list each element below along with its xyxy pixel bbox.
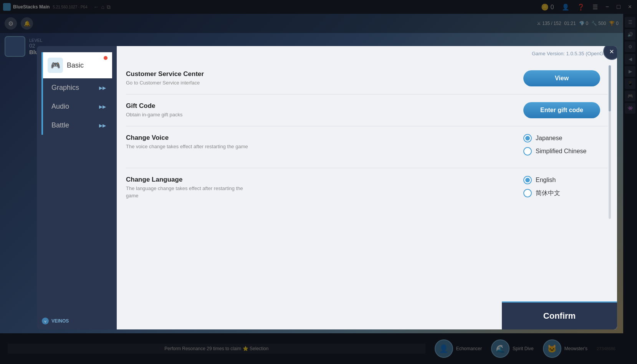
main-settings-panel: Game Version: 1.0.5.35 (OpenGL) Customer… [117, 46, 617, 329]
customer-service-title: Customer Service Center [126, 70, 256, 78]
voice-simplified-chinese-radio[interactable] [523, 147, 532, 156]
lang-simplified-chinese-label: 简休中文 [536, 189, 560, 197]
voice-simplified-chinese-option[interactable]: Simplified Chinese [523, 147, 587, 156]
enter-gift-code-button[interactable]: Enter gift code [523, 102, 600, 118]
nav-sidebar-bottom: V VEINOS [37, 313, 117, 329]
graphics-arrow-icon: ▶▶ [99, 85, 106, 91]
graphics-nav-label: Graphics [51, 84, 79, 92]
change-language-row: Change Language The language change take… [126, 168, 608, 210]
lang-simplified-chinese-option[interactable]: 简休中文 [523, 189, 560, 197]
customer-service-desc: Go to Customer Service interface [126, 79, 256, 86]
gift-code-label-group: Gift Code Obtain in-game gift packs [126, 102, 256, 118]
gift-code-control: Enter gift code [523, 102, 608, 118]
lang-english-label: English [536, 177, 556, 184]
scrollbar-track [609, 65, 611, 219]
lang-english-option[interactable]: English [523, 176, 556, 184]
lang-english-radio[interactable] [523, 176, 532, 184]
veinos-logo-icon: V [41, 317, 49, 325]
basic-nav-icon: 🎮 [48, 58, 63, 73]
gift-code-title: Gift Code [126, 102, 256, 110]
panel-content: Customer Service Center Go to Customer S… [117, 60, 617, 301]
active-bar [41, 52, 43, 78]
battle-arrow-icon: ▶▶ [99, 123, 106, 128]
voice-simplified-chinese-label: Simplified Chinese [536, 148, 587, 155]
change-voice-desc: The voice change takes effect after rest… [126, 143, 256, 150]
change-voice-control: Japanese Simplified Chinese [523, 134, 608, 160]
nav-item-graphics[interactable]: Graphics ▶▶ [41, 78, 112, 97]
lang-simplified-chinese-radio[interactable] [523, 189, 532, 197]
battle-nav-label: Battle [51, 121, 69, 129]
change-language-title: Change Language [126, 176, 256, 184]
voice-japanese-radio[interactable] [523, 134, 532, 142]
gift-code-row: Gift Code Obtain in-game gift packs Ente… [126, 94, 608, 126]
change-voice-row: Change Voice The voice change takes effe… [126, 126, 608, 168]
gift-code-desc: Obtain in-game gift packs [126, 111, 256, 118]
veinos-label: VEINOS [51, 318, 69, 324]
voice-japanese-option[interactable]: Japanese [523, 134, 562, 142]
nav-sidebar: 🎮 Basic Graphics ▶▶ Audio ▶▶ Battle ▶▶ [37, 46, 117, 329]
customer-service-row: Customer Service Center Go to Customer S… [126, 63, 608, 94]
nav-item-battle[interactable]: Battle ▶▶ [41, 116, 112, 135]
nav-sidebar-top: 🎮 Basic Graphics ▶▶ Audio ▶▶ Battle ▶▶ [37, 46, 117, 141]
panel-header: Game Version: 1.0.5.35 (OpenGL) [117, 46, 617, 60]
change-language-label-group: Change Language The language change take… [126, 176, 256, 199]
change-language-control: English 简休中文 [523, 176, 608, 202]
customer-service-control: View [523, 70, 608, 86]
voice-japanese-label: Japanese [536, 135, 562, 142]
nav-item-basic[interactable]: 🎮 Basic [41, 52, 112, 78]
scrollbar-thumb [609, 65, 611, 111]
view-button[interactable]: View [523, 70, 600, 86]
game-version-label: Game Version: 1.0.5.35 (OpenGL) [532, 51, 608, 56]
change-language-desc: The language change takes effect after r… [126, 185, 256, 199]
change-voice-label-group: Change Voice The voice change takes effe… [126, 134, 256, 150]
confirm-btn-container: Confirm [117, 301, 617, 329]
change-voice-title: Change Voice [126, 134, 256, 142]
svg-text:V: V [44, 320, 46, 323]
audio-nav-label: Audio [51, 103, 69, 111]
confirm-button[interactable]: Confirm [502, 301, 617, 329]
basic-nav-label: Basic [67, 61, 84, 69]
nav-item-audio[interactable]: Audio ▶▶ [41, 97, 112, 116]
audio-arrow-icon: ▶▶ [99, 104, 106, 109]
nav-dot-basic [104, 56, 108, 60]
settings-panel: 🎮 Basic Graphics ▶▶ Audio ▶▶ Battle ▶▶ [37, 46, 617, 329]
customer-service-label-group: Customer Service Center Go to Customer S… [126, 70, 256, 86]
